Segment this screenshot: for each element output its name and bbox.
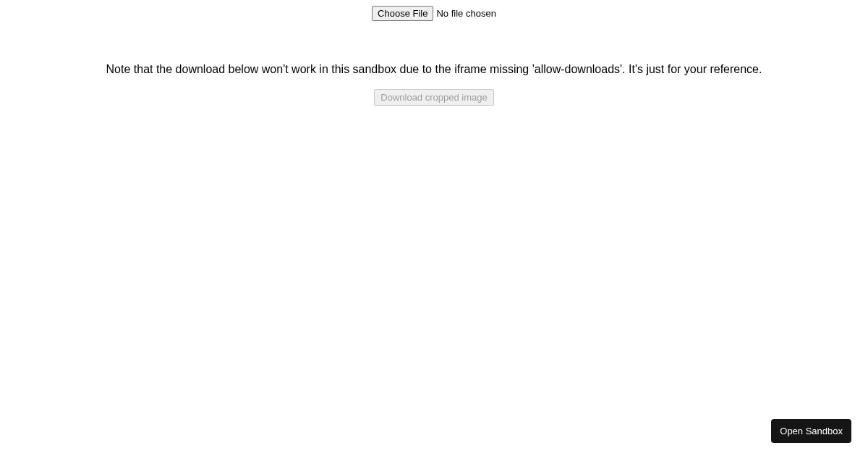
- file-chosen-status: No file chosen: [436, 8, 495, 19]
- file-input-row: Choose File No file chosen: [372, 6, 496, 21]
- note-text: Note that the download below won't work …: [0, 63, 868, 76]
- choose-file-button[interactable]: Choose File: [372, 6, 433, 21]
- main-container: Choose File No file chosen Note that the…: [0, 0, 868, 106]
- download-cropped-image-button: Download cropped image: [374, 89, 493, 106]
- open-sandbox-button[interactable]: Open Sandbox: [771, 419, 851, 443]
